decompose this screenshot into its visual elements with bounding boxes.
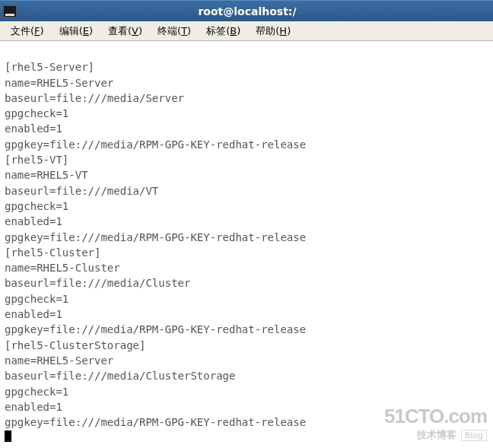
menu-edit[interactable]: 编辑(E) (53, 23, 99, 40)
terminal-line: gpgkey=file:///media/RPM-GPG-KEY-redhat-… (5, 416, 306, 428)
terminal-line: gpgcheck=1 (5, 200, 68, 212)
menubar: 文件(F) 编辑(E) 查看(V) 终端(T) 标签(B) 帮助(H) (0, 21, 493, 41)
window-title: root@localhost:/ (20, 5, 490, 17)
terminal-line: gpgcheck=1 (5, 107, 68, 119)
titlebar: root@localhost:/ (0, 0, 493, 21)
terminal-line: gpgkey=file:///media/RPM-GPG-KEY-redhat-… (5, 231, 306, 243)
terminal-line: gpgcheck=1 (5, 386, 68, 398)
terminal-line: name=RHEL5-VT (5, 169, 88, 181)
terminal-line: gpgkey=file:///media/RPM-GPG-KEY-redhat-… (5, 323, 306, 335)
terminal-line: enabled=1 (5, 401, 62, 413)
terminal-line: enabled=1 (5, 215, 62, 227)
menu-view[interactable]: 查看(V) (102, 23, 148, 40)
terminal-line: gpgcheck=1 (5, 293, 68, 305)
terminal-viewport[interactable]: [rhel5-Server] name=RHEL5-Server baseurl… (0, 41, 493, 448)
terminal-line: baseurl=file:///media/ClusterStorage (5, 370, 235, 382)
terminal-line: [rhel5-ClusterStorage] (5, 339, 145, 351)
terminal-app-icon (3, 5, 17, 17)
terminal-line: baseurl=file:///media/VT (5, 185, 158, 197)
terminal-line: [rhel5-Server] (5, 61, 94, 73)
menu-terminal[interactable]: 终端(T) (151, 23, 197, 40)
terminal-line: baseurl=file:///media/Cluster (5, 277, 190, 289)
menu-file[interactable]: 文件(F) (5, 23, 50, 40)
menu-help[interactable]: 帮助(H) (250, 23, 297, 40)
terminal-line: gpgkey=file:///media/RPM-GPG-KEY-redhat-… (5, 138, 306, 151)
terminal-cursor (5, 431, 11, 442)
terminal-line: enabled=1 (5, 122, 62, 135)
terminal-line: baseurl=file:///media/Server (5, 92, 184, 104)
menu-tabs[interactable]: 标签(B) (200, 23, 247, 40)
terminal-line: name=RHEL5-Server (5, 77, 113, 89)
terminal-line: enabled=1 (5, 308, 62, 320)
terminal-line: [rhel5-Cluster] (5, 246, 100, 259)
terminal-line: name=RHEL5-Cluster (5, 262, 120, 274)
terminal-line: name=RHEL5-Server (5, 354, 113, 367)
terminal-line: [rhel5-VT] (5, 154, 68, 166)
